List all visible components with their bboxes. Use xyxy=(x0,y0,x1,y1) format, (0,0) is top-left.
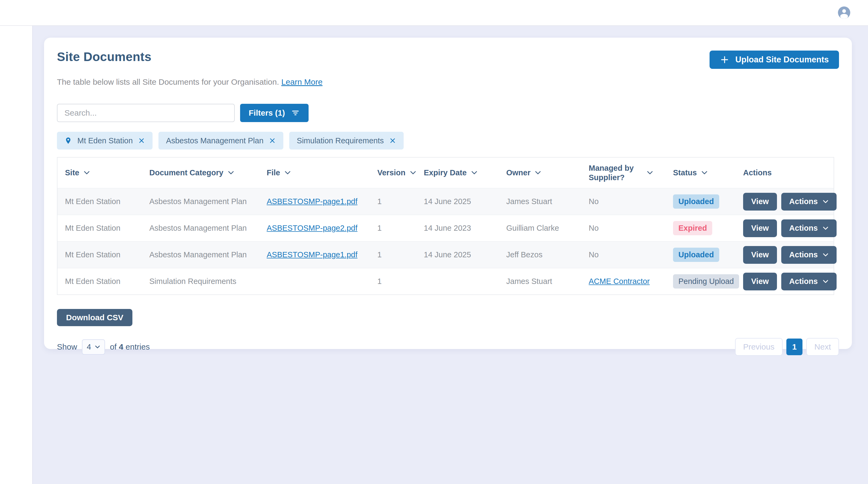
chevron-down-icon xyxy=(84,171,90,175)
actions-button-label: Actions xyxy=(789,250,818,259)
chevron-down-icon xyxy=(823,226,829,230)
filter-chip-category-2: Simulation Requirements xyxy=(289,132,404,149)
cell-document-category: Asbestos Management Plan xyxy=(142,188,259,215)
filter-chip-label: Asbestos Management Plan xyxy=(166,136,264,145)
cell-expiry-date: 14 June 2023 xyxy=(416,215,499,241)
table-row: Mt Eden Station Simulation Requirements … xyxy=(58,268,834,294)
toolbar: Filters (1) xyxy=(57,104,839,122)
chevron-down-icon xyxy=(471,171,477,175)
filter-chip-label: Simulation Requirements xyxy=(297,136,384,145)
filters-button-label: Filters (1) xyxy=(249,108,285,117)
chevron-down-icon xyxy=(95,345,100,349)
cell-document-category: Asbestos Management Plan xyxy=(142,241,259,268)
column-header-actions: Actions xyxy=(736,158,834,188)
cell-expiry-date xyxy=(416,268,499,294)
filters-button[interactable]: Filters (1) xyxy=(240,104,309,122)
cell-site: Mt Eden Station xyxy=(58,188,142,215)
cell-document-category: Simulation Requirements xyxy=(142,268,259,294)
chevron-down-icon xyxy=(823,253,829,257)
chevron-down-icon xyxy=(823,200,829,203)
column-header-version[interactable]: Version xyxy=(370,158,416,188)
entries-count-text: of 4 entries xyxy=(110,342,150,351)
chevron-down-icon xyxy=(410,171,416,175)
view-button[interactable]: View xyxy=(743,220,777,237)
cell-file xyxy=(259,268,370,294)
close-icon[interactable] xyxy=(269,137,276,144)
column-header-managed-by-supplier[interactable]: Managed by Supplier? xyxy=(581,158,665,188)
page-size-select[interactable]: 4 xyxy=(82,339,105,355)
close-icon[interactable] xyxy=(389,137,396,144)
view-button[interactable]: View xyxy=(743,246,777,264)
status-badge: Expired xyxy=(673,221,712,235)
column-header-site[interactable]: Site xyxy=(58,158,142,188)
learn-more-link[interactable]: Learn More xyxy=(281,78,322,86)
entries-label: entries xyxy=(126,342,150,351)
actions-button[interactable]: Actions xyxy=(781,273,837,290)
subtitle-text: The table below lists all Site Documents… xyxy=(57,78,279,86)
show-label: Show xyxy=(57,342,77,351)
search-input[interactable] xyxy=(57,104,235,122)
current-page-button[interactable]: 1 xyxy=(786,339,803,355)
cell-managed-by-supplier: No xyxy=(581,188,665,215)
actions-button[interactable]: Actions xyxy=(781,246,837,264)
actions-button[interactable]: Actions xyxy=(781,220,837,237)
cell-managed-by-supplier: No xyxy=(581,215,665,241)
view-button[interactable]: View xyxy=(743,193,777,210)
upload-site-documents-button[interactable]: Upload Site Documents xyxy=(710,51,839,69)
top-bar xyxy=(0,0,868,26)
page-background: Site Documents Upload Site Documents The… xyxy=(32,26,868,484)
status-badge: Pending Upload xyxy=(673,274,739,288)
cell-owner: Jeff Bezos xyxy=(499,241,581,268)
cell-version: 1 xyxy=(370,241,416,268)
chevron-down-icon xyxy=(535,171,541,175)
cell-file: ASBESTOSMP-page1.pdf xyxy=(259,188,370,215)
table-row: Mt Eden Station Asbestos Management Plan… xyxy=(58,188,834,215)
close-icon[interactable] xyxy=(138,137,145,144)
table-footer: Show 4 of 4 entries Previous 1 Next xyxy=(57,338,839,356)
filter-list-icon xyxy=(291,109,300,117)
user-avatar-icon[interactable] xyxy=(837,6,851,19)
chevron-down-icon xyxy=(823,280,829,283)
previous-page-button[interactable]: Previous xyxy=(735,338,783,356)
active-filter-chips: Mt Eden Station Asbestos Management Plan… xyxy=(57,132,839,149)
supplier-link[interactable]: ACME Contractor xyxy=(589,277,650,286)
cell-status: Expired xyxy=(665,215,736,241)
cell-status: Uploaded xyxy=(665,188,736,215)
cell-site: Mt Eden Station xyxy=(58,215,142,241)
cell-owner: Guilliam Clarke xyxy=(499,215,581,241)
page-size-value: 4 xyxy=(87,343,91,351)
status-badge: Uploaded xyxy=(673,248,719,262)
next-page-button[interactable]: Next xyxy=(806,338,839,356)
actions-button-label: Actions xyxy=(789,197,818,206)
cell-owner: James Stuart xyxy=(499,188,581,215)
table-header-row: Site Document Category File Version Expi… xyxy=(58,158,834,188)
column-header-owner[interactable]: Owner xyxy=(499,158,581,188)
cell-expiry-date: 14 June 2025 xyxy=(416,188,499,215)
actions-button-label: Actions xyxy=(789,224,818,233)
column-header-expiry-date[interactable]: Expiry Date xyxy=(416,158,499,188)
cell-actions: View Actions xyxy=(736,241,834,268)
chevron-down-icon xyxy=(701,171,708,175)
file-link[interactable]: ASBESTOSMP-page2.pdf xyxy=(267,224,358,232)
column-header-status[interactable]: Status xyxy=(665,158,736,188)
cell-version: 1 xyxy=(370,215,416,241)
of-label: of xyxy=(110,342,117,351)
filter-chip-site: Mt Eden Station xyxy=(57,132,153,149)
cell-site: Mt Eden Station xyxy=(58,268,142,294)
file-link[interactable]: ASBESTOSMP-page1.pdf xyxy=(267,250,358,259)
cell-actions: View Actions xyxy=(736,215,834,241)
actions-button[interactable]: Actions xyxy=(781,193,837,210)
plus-icon xyxy=(720,55,730,64)
column-header-document-category[interactable]: Document Category xyxy=(142,158,259,188)
upload-button-label: Upload Site Documents xyxy=(735,55,829,64)
cell-actions: View Actions xyxy=(736,188,834,215)
cell-document-category: Asbestos Management Plan xyxy=(142,215,259,241)
file-link[interactable]: ASBESTOSMP-page1.pdf xyxy=(267,197,358,206)
filter-chip-label: Mt Eden Station xyxy=(78,136,133,145)
page-title: Site Documents xyxy=(57,50,152,64)
filter-chip-category-1: Asbestos Management Plan xyxy=(158,132,283,149)
download-csv-button[interactable]: Download CSV xyxy=(57,309,132,326)
view-button[interactable]: View xyxy=(743,273,777,290)
actions-button-label: Actions xyxy=(789,277,818,286)
column-header-file[interactable]: File xyxy=(259,158,370,188)
